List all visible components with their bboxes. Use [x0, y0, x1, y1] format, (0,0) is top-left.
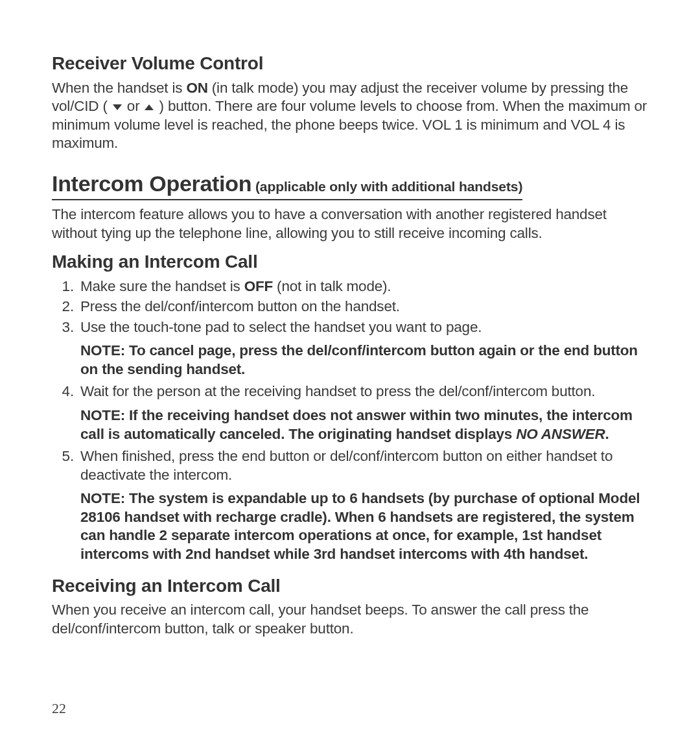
text: Make sure the handset is: [80, 278, 244, 294]
heading-receiving-intercom-call: Receiving an Intercom Call: [52, 574, 648, 598]
list-item: Make sure the handset is OFF (not in tal…: [78, 277, 648, 296]
heading-making-intercom-call: Making an Intercom Call: [52, 250, 648, 274]
text: (not in talk mode).: [273, 278, 391, 294]
ordered-list-making-intercom-cont: Wait for the person at the receiving han…: [52, 382, 648, 401]
text: or: [123, 98, 144, 114]
ordered-list-making-intercom: Make sure the handset is OFF (not in tal…: [52, 277, 648, 337]
paragraph-receiving-intercom: When you receive an intercom call, your …: [52, 601, 648, 638]
text: When the handset is: [52, 80, 186, 96]
paragraph-intercom-operation: The intercom feature allows you to have …: [52, 206, 648, 242]
text-no-answer: NO ANSWER: [516, 426, 605, 442]
note-no-answer: NOTE: If the receiving handset does not …: [80, 406, 648, 443]
note-expandable: NOTE: The system is expandable up to 6 h…: [80, 489, 648, 563]
note-cancel-page: NOTE: To cancel page, press the del/conf…: [80, 342, 648, 379]
list-item: Use the touch-tone pad to select the han…: [78, 318, 648, 337]
heading-receiver-volume: Receiver Volume Control: [52, 52, 648, 75]
page-number: 22: [52, 700, 66, 717]
text-on: ON: [186, 80, 207, 96]
list-item: Wait for the person at the receiving han…: [78, 382, 648, 401]
subheading-intercom-operation: (applicable only with additional handset…: [251, 179, 522, 194]
list-item: When finished, press the end button or d…: [78, 447, 648, 484]
manual-page: Receiver Volume Control When the handset…: [0, 0, 700, 638]
heading-intercom-operation-line: Intercom Operation (applicable only with…: [52, 170, 522, 200]
paragraph-receiver-volume: When the handset is ON (in talk mode) yo…: [52, 79, 648, 153]
heading-intercom-operation: Intercom Operation: [52, 171, 251, 196]
ordered-list-making-intercom-cont2: When finished, press the end button or d…: [52, 447, 648, 484]
text-off: OFF: [244, 278, 273, 294]
triangle-down-icon: [113, 104, 122, 110]
text: .: [605, 426, 609, 442]
triangle-up-icon: [145, 104, 154, 110]
list-item: Press the del/conf/intercom button on th…: [78, 298, 648, 316]
